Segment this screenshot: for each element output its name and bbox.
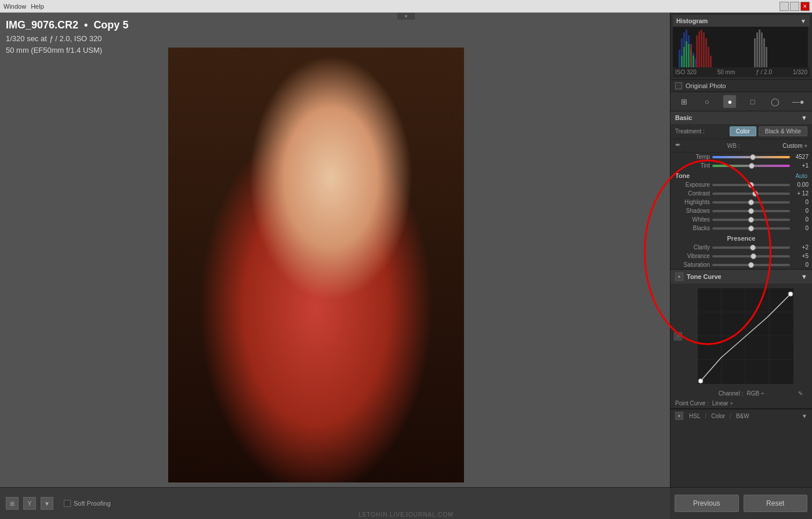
- exposure-label: Exposure: [674, 182, 710, 188]
- svg-rect-24: [759, 30, 760, 67]
- top-expand-btn[interactable]: ▼: [397, 13, 415, 20]
- grid-tool-icon[interactable]: ⊞: [678, 95, 691, 108]
- contrast-value: + 12: [792, 190, 809, 197]
- vibrance-thumb[interactable]: [751, 253, 756, 259]
- photo-info: IMG_9076.CR2 • Copy 5 1/320 sec at ƒ / 2…: [6, 17, 128, 56]
- tint-slider[interactable]: [712, 165, 790, 167]
- original-photo-label: Original Photo: [686, 82, 726, 89]
- saturation-thumb[interactable]: [748, 262, 754, 268]
- titlebar: Window Help ─ □ ✕: [0, 0, 812, 13]
- tone-curve-canvas[interactable]: [698, 288, 793, 384]
- photo-container[interactable]: [168, 48, 464, 482]
- saturation-slider[interactable]: [712, 264, 790, 266]
- svg-rect-13: [693, 56, 694, 67]
- hist-iso: ISO 320: [675, 69, 697, 75]
- toolbar-icon-2[interactable]: Y: [23, 497, 36, 510]
- blacks-slider[interactable]: [712, 227, 790, 230]
- contrast-thumb[interactable]: [752, 191, 758, 197]
- point-curve-value[interactable]: Linear ÷: [712, 400, 733, 407]
- shadows-label: Shadows: [674, 208, 710, 214]
- highlights-slider[interactable]: [712, 201, 790, 204]
- vibrance-slider[interactable]: [712, 255, 790, 257]
- highlights-slider-row: Highlights 0: [670, 198, 812, 206]
- photo-background: [168, 48, 464, 482]
- crop-tool-icon[interactable]: ○: [701, 95, 713, 108]
- tone-curve-toggle[interactable]: ●: [675, 273, 683, 281]
- svg-rect-15: [696, 35, 698, 67]
- bw-treatment-btn[interactable]: Black & White: [759, 126, 807, 136]
- menu-help[interactable]: Help: [31, 3, 44, 10]
- menu-window[interactable]: Window: [3, 3, 26, 10]
- blacks-thumb[interactable]: [748, 226, 754, 231]
- right-panel: Histogram ▼: [670, 13, 812, 519]
- circle-tool-icon[interactable]: ◯: [769, 95, 782, 108]
- original-photo-row: Original Photo: [670, 80, 812, 92]
- tone-curve-edit-btn[interactable]: ✎: [798, 390, 803, 397]
- color-treatment-btn[interactable]: Color: [730, 126, 756, 136]
- develop-tool-icon[interactable]: ●: [723, 95, 736, 108]
- focal-text: 50 mm (EF50mm f/1.4 USM): [6, 46, 102, 55]
- maximize-btn[interactable]: □: [790, 2, 799, 11]
- copy-text: Copy 5: [93, 19, 128, 31]
- blacks-slider-row: Blacks 0: [670, 224, 812, 233]
- close-btn[interactable]: ✕: [800, 2, 810, 11]
- hsl-toggle[interactable]: ●: [675, 412, 683, 420]
- shadows-slider[interactable]: [712, 210, 790, 212]
- tint-thumb[interactable]: [749, 163, 755, 169]
- highlights-thumb[interactable]: [748, 199, 754, 205]
- shadows-thumb[interactable]: [748, 208, 754, 214]
- channel-value[interactable]: RGB ÷: [746, 390, 764, 397]
- previous-btn[interactable]: Previous: [675, 495, 739, 512]
- eyedropper-icon[interactable]: ✒: [675, 141, 684, 150]
- svg-rect-8: [681, 56, 683, 67]
- contrast-slider-row: Contrast + 12: [670, 189, 812, 198]
- soft-proofing-toggle[interactable]: Soft Proofing: [64, 500, 111, 507]
- svg-point-36: [788, 292, 793, 296]
- temp-thumb[interactable]: [750, 154, 756, 160]
- tint-label: Tint: [674, 162, 710, 169]
- clarity-thumb[interactable]: [750, 245, 756, 251]
- tone-curve-expand-btn[interactable]: ○: [674, 332, 682, 340]
- clarity-slider[interactable]: [712, 246, 790, 249]
- temp-slider[interactable]: [712, 156, 790, 158]
- photo-area: [0, 13, 670, 487]
- minimize-btn[interactable]: ─: [780, 2, 789, 11]
- svg-rect-10: [686, 41, 687, 67]
- toolbar-icon-3[interactable]: ▼: [41, 497, 53, 510]
- iso-text: ISO 320: [74, 34, 102, 43]
- brush-tool-icon[interactable]: —●: [792, 95, 804, 108]
- toolbar-icon-1[interactable]: ⊞: [6, 497, 19, 510]
- whites-slider[interactable]: [712, 219, 790, 221]
- exposure-slider[interactable]: [712, 184, 790, 186]
- rect-tool-icon[interactable]: □: [746, 95, 759, 108]
- original-photo-checkbox[interactable]: [675, 82, 682, 89]
- channel-label: Channel :: [719, 390, 744, 397]
- tool-icons-row: ⊞ ○ ● □ ◯ —●: [670, 92, 812, 111]
- shadows-slider-row: Shadows 0: [670, 206, 812, 215]
- tone-curve-header[interactable]: ● Tone Curve ▼: [670, 270, 812, 284]
- svg-rect-18: [703, 32, 705, 67]
- wb-row: ✒ WB : Custom ÷: [670, 139, 812, 153]
- soft-proofing-checkbox[interactable]: [64, 500, 71, 507]
- tone-curve-section: ● Tone Curve ▼ ○: [670, 270, 812, 409]
- reset-btn[interactable]: Reset: [744, 495, 808, 512]
- color-tab[interactable]: Color: [711, 413, 725, 419]
- soft-proofing-label: Soft Proofing: [74, 500, 111, 507]
- svg-rect-14: [690, 44, 692, 67]
- hsl-tab[interactable]: HSL: [689, 413, 700, 419]
- histogram-header[interactable]: Histogram ▼: [673, 15, 810, 27]
- contrast-slider[interactable]: [712, 193, 790, 195]
- bw-tab[interactable]: B&W: [736, 413, 749, 419]
- shadows-value: 0: [792, 208, 809, 214]
- highlights-label: Highlights: [674, 199, 710, 205]
- whites-thumb[interactable]: [748, 217, 754, 223]
- tone-curve-svg: [698, 288, 793, 384]
- tone-auto-btn[interactable]: Auto: [795, 173, 807, 179]
- basic-section-header[interactable]: Basic ▼: [670, 111, 812, 124]
- exposure-thumb[interactable]: [748, 182, 754, 188]
- clarity-label: Clarity: [674, 244, 710, 251]
- wb-value[interactable]: Custom ÷: [782, 143, 807, 149]
- tone-curve-chevron: ▼: [801, 273, 807, 280]
- svg-rect-22: [754, 38, 756, 67]
- tone-subsection-header: Tone Auto: [670, 170, 812, 180]
